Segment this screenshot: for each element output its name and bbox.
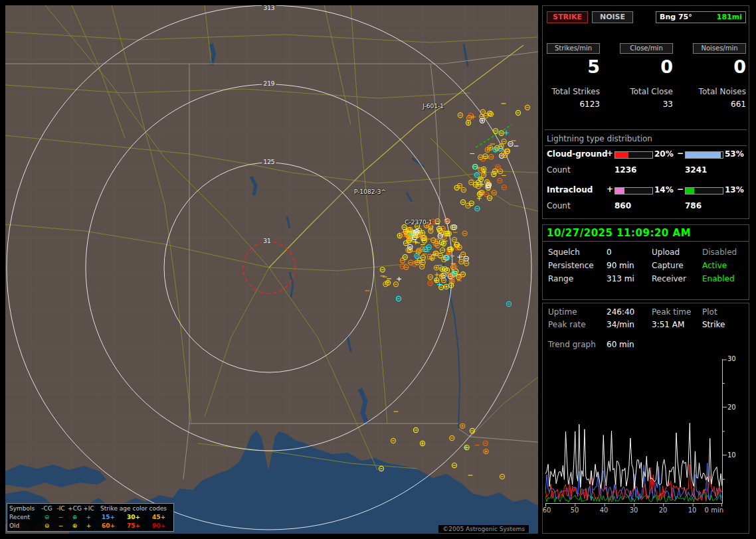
range-ring-label: 219 xyxy=(262,80,276,87)
counters-panel: STRIKE NOISE Bng 75° 181mi Strikes/min C… xyxy=(542,5,749,219)
divider xyxy=(545,129,747,130)
minus-sign: − xyxy=(677,185,684,194)
total-strikes-value: 6123 xyxy=(543,100,600,109)
plus-sign: + xyxy=(607,149,613,158)
bearing-distance-display: Bng 75° 181mi xyxy=(656,11,746,23)
legend-strike-symbol: ⊕ xyxy=(68,522,82,530)
uptime-label: Uptime xyxy=(548,307,577,317)
legend-row-label: Old xyxy=(9,522,40,530)
ic-count-label: Count xyxy=(547,201,571,210)
plot-label: Plot xyxy=(702,307,717,317)
storm-cell-label: P-1082-3^ xyxy=(354,189,386,195)
cg-plus-count: 1236 xyxy=(614,165,636,175)
legend-row-label: Recent xyxy=(9,513,40,522)
peak-rate-value: 34/min xyxy=(607,320,634,329)
legend-strike-symbol: − xyxy=(54,522,68,530)
strike-mode-button[interactable]: STRIKE xyxy=(547,11,588,23)
upload-status: Disabled xyxy=(702,248,737,257)
squelch-value: 0 xyxy=(607,248,612,257)
x-tick-50: 50 xyxy=(567,506,583,514)
range-value: 313 mi xyxy=(607,274,634,283)
legend-age-code: 15+ xyxy=(96,513,121,522)
status-panel: 10/27/2025 11:09:20 AM Squelch 0 Upload … xyxy=(542,224,749,300)
x-tick-20: 20 xyxy=(655,506,671,514)
legend-strike-symbol: ⊖ xyxy=(40,522,54,530)
legend-age-code: 45+ xyxy=(146,513,171,522)
legend-age-code: 60+ xyxy=(96,522,121,530)
noise-mode-button[interactable]: NOISE xyxy=(592,11,633,23)
range-ring-label: 313 xyxy=(262,5,276,11)
map-legend: Symbols-CG-IC+CG+ICStrike age color code… xyxy=(7,503,174,532)
legend-age-code: 90+ xyxy=(146,522,171,530)
ic-plus-bar xyxy=(614,187,653,194)
uptime-value: 246:40 xyxy=(607,307,634,317)
range-label: Range xyxy=(548,274,573,283)
bearing-value: Bng 75° xyxy=(660,12,692,23)
cg-plus-bar xyxy=(614,151,653,159)
strikes-per-min-value: 5 xyxy=(543,56,600,77)
peak-time-label: Peak time xyxy=(652,307,691,317)
cg-minus-count: 3241 xyxy=(685,165,707,175)
plot-value: Strike xyxy=(702,320,725,329)
distance-value: 181mi xyxy=(717,12,742,23)
legend-strike-symbol: ⊕ xyxy=(68,513,82,522)
range-ring-label: 31 xyxy=(262,238,272,244)
datetime-display: 10/27/2025 11:09:20 AM xyxy=(547,227,691,239)
intracloud-label: Intracloud xyxy=(547,185,593,194)
total-strikes-label: Total Strikes xyxy=(543,87,600,96)
capture-status: Active xyxy=(702,261,727,270)
legend-symbols-header: Symbols xyxy=(9,504,40,513)
total-close-value: 33 xyxy=(616,100,673,109)
ic-minus-bar xyxy=(685,187,723,194)
range-ring-label: 125 xyxy=(262,159,276,165)
x-tick-60: 60 xyxy=(539,506,555,514)
legend-strike-symbol: + xyxy=(82,522,96,530)
legend-age-code: 75+ xyxy=(121,522,146,530)
peak-time-value: 3:51 AM xyxy=(652,320,684,329)
ic-minus-pct: 13% xyxy=(725,185,744,194)
plus-sign: + xyxy=(607,185,613,194)
distribution-title: Lightning type distribution xyxy=(547,134,652,143)
y-tick-20: 20 xyxy=(727,404,736,411)
peak-rate-label: Peak rate xyxy=(548,320,586,329)
copyright-text: ©2005 Astrogenic Systems xyxy=(438,525,529,533)
cg-count-label: Count xyxy=(547,165,571,175)
legend-strike-symbol: + xyxy=(82,513,96,522)
trend-graph-label: Trend graph xyxy=(548,340,596,349)
legend-column-header: +IC xyxy=(82,504,96,513)
storm-cell-label: J-601-1 xyxy=(423,103,444,110)
storm-cell-label: C-2370-1 xyxy=(405,219,432,226)
trend-window-value: 60 min xyxy=(607,340,634,349)
trend-graph xyxy=(545,359,745,508)
divider xyxy=(545,145,747,146)
cg-minus-bar xyxy=(685,151,723,159)
strikes-per-min-button[interactable]: Strikes/min xyxy=(547,43,600,54)
close-per-min-value: 0 xyxy=(616,56,673,77)
ic-plus-pct: 14% xyxy=(654,185,674,194)
receiver-status: Enabled xyxy=(702,274,735,283)
persistence-label: Persistence xyxy=(548,261,594,270)
noises-per-min-button[interactable]: Noises/min xyxy=(693,43,746,54)
receiver-label: Receiver xyxy=(652,274,686,283)
lightning-map: Symbols-CG-IC+CG+ICStrike age color code… xyxy=(5,5,538,534)
divider xyxy=(543,241,749,242)
legend-column-header: -CG xyxy=(40,504,54,513)
cloud-ground-label: Cloud-ground xyxy=(547,149,608,159)
noises-per-min-value: 0 xyxy=(689,56,746,77)
close-per-min-button[interactable]: Close/min xyxy=(620,43,673,54)
cg-minus-pct: 53% xyxy=(725,149,744,159)
x-tick-0min: 0 min xyxy=(696,506,723,514)
ic-plus-count: 860 xyxy=(614,201,631,210)
control-panel: STRIKE NOISE Bng 75° 181mi Strikes/min C… xyxy=(542,5,751,534)
capture-label: Capture xyxy=(652,261,684,270)
total-noises-label: Total Noises xyxy=(689,87,746,96)
trend-panel: Uptime 246:40 Peak time Plot Peak rate 3… xyxy=(542,303,749,534)
legend-strike-symbol: ⊖ xyxy=(40,513,54,522)
y-tick-30: 30 xyxy=(727,355,736,362)
x-tick-40: 40 xyxy=(596,506,612,514)
x-tick-30: 30 xyxy=(626,506,642,514)
total-noises-value: 661 xyxy=(689,100,746,109)
y-tick-10: 10 xyxy=(727,451,736,459)
legend-age-code: 30+ xyxy=(121,513,146,522)
upload-label: Upload xyxy=(652,248,680,257)
